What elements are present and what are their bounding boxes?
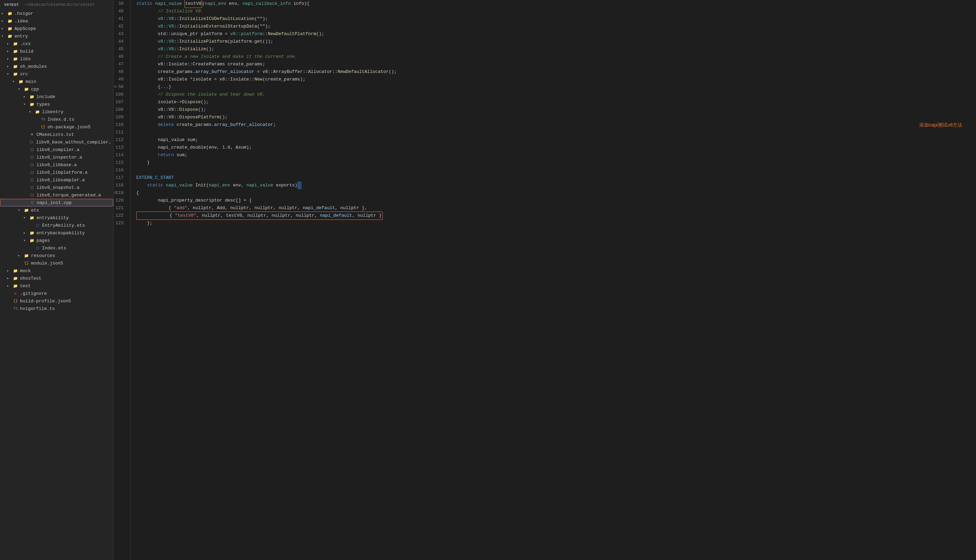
plain-token: v8::Isolate::CreateParams create_params; [136, 60, 265, 68]
comment-token: // Create a new Isolate and make it the … [136, 53, 297, 60]
comment-token: // Dispose the isolate and tear down V8. [136, 91, 265, 98]
code-editor[interactable]: 3940414243444546474849⊟50106107108109110… [113, 0, 976, 560]
tree-item-ohostest[interactable]: ▸ 📁 ohosTest [0, 275, 113, 282]
plain-token [152, 0, 155, 8]
plain-token [136, 23, 158, 30]
tree-item-libv8_base_without_compiler[interactable]: ⬡ libv8_base_without_compiler.a [0, 138, 113, 146]
variable-token: napi_default [320, 213, 352, 218]
tree-label-mock: mock [20, 268, 31, 273]
line-number-39: 39 [113, 0, 126, 8]
tree-item-cmakelists[interactable]: ≡ CMakeLists.txt [0, 131, 113, 138]
plain-token: create_params. [136, 68, 195, 76]
tree-item-ets[interactable]: ▾ 📁 ets [0, 207, 113, 214]
line-number-117: 117 [113, 174, 126, 182]
plain-token: (); [316, 30, 324, 38]
code-line-116 [136, 167, 976, 174]
tree-arrow: ▾ [18, 87, 23, 91]
function-token: NewDefaultAllocator [338, 68, 389, 76]
tree-item-libs[interactable]: ▸ 📁 libs [0, 55, 113, 63]
tree-label-libs: libs [20, 57, 31, 62]
tree-label-entryability: entryability [37, 215, 69, 220]
tree-item-entryability[interactable]: ▾ 📁 entryability [0, 214, 113, 222]
namespace-token: v8::V8 [158, 15, 174, 23]
line-number-115: 115 [113, 159, 126, 167]
code-line-109: v8::V8::DisposePlatform(); [136, 113, 976, 121]
plain-token: :: [174, 15, 179, 23]
code-line-123: }; [136, 220, 976, 227]
tree-item-libv8_torque_generated[interactable]: ⬡ libv8_torque_generated.a [0, 191, 113, 199]
tree-item-libv8_compiler[interactable]: ⬡ libv8_compiler.a [0, 146, 113, 153]
function-token: InitializeICUDefaultLocation [179, 15, 254, 23]
tree-item-libv8_inspector[interactable]: ⬡ libv8_inspector.a [0, 153, 113, 161]
tree-item-module_json5[interactable]: {} module.json5 [0, 259, 113, 267]
json-icon-build_profile: {} [12, 298, 18, 304]
tree-item-gitignore[interactable]: ⊘ .gitignore [0, 290, 113, 297]
line-number-111: 111 [113, 128, 126, 136]
code-line-43: std::unique_ptr platform = v8::platform:… [136, 30, 976, 38]
fold-indicator[interactable]: ⊟ [114, 189, 116, 197]
function-token: NewDefaultPlatform [268, 30, 316, 38]
tree-item-include[interactable]: ▸ 📁 include [0, 93, 113, 100]
plain-token: (""); [257, 23, 270, 30]
tree-item-entrybackupability[interactable]: ▸ 📁 entrybackupability [0, 229, 113, 237]
function-token: New [254, 76, 262, 83]
tree-label-index_ets: Index.ets [42, 246, 66, 251]
tree-item-resources[interactable]: ▸ 📁 resources [0, 252, 113, 259]
tree-item-index_ets[interactable]: ⬡ Index.ets [0, 244, 113, 252]
tree-item-build[interactable]: ▸ 📁 build [0, 47, 113, 55]
plain-token: v8::V8:: [136, 106, 179, 113]
tree-item-hvigorfile[interactable]: TS hvigorfile.ts [0, 305, 113, 312]
keyword-token: delete [158, 121, 174, 128]
file-tree[interactable]: ▸ 📁 .hvigor ▸ 📁 .idea ▸ 📁 AppScope ▾ 📁 e… [0, 10, 113, 312]
code-line-120: napi_property_descriptor desc[] = { [136, 197, 976, 204]
plain-token: env, [230, 182, 247, 189]
boxed-content: { "testV8", nullptr, testV8, nullptr, nu… [136, 212, 383, 220]
line-number-48: 48 [113, 68, 126, 76]
plain-token: {... [136, 83, 169, 91]
tree-item-cpp[interactable]: ▾ 📁 cpp [0, 85, 113, 93]
tree-item-src[interactable]: ▾ 📁 src [0, 70, 113, 78]
tree-item-libentry[interactable]: ▾ 📁 libentry [0, 108, 113, 116]
tree-arrow: ▸ [23, 231, 29, 235]
tree-item-main[interactable]: ▾ 📁 main [0, 78, 113, 85]
txt-icon-cmakelists: ≡ [29, 132, 35, 137]
tree-item-test[interactable]: ▸ 📁 test [0, 282, 113, 290]
type-token: napi_value [155, 0, 182, 8]
tree-item-types[interactable]: ▾ 📁 types [0, 100, 113, 108]
tree-item-libv8_libbase[interactable]: ⬡ libv8_libbase.a [0, 161, 113, 168]
fold-indicator[interactable]: ⊟ [114, 83, 116, 91]
tree-item-entryability_ets[interactable]: ⬡ EntryAbility.ets [0, 222, 113, 229]
line-number-108: 108 [113, 106, 126, 113]
tree-label-include: include [37, 94, 55, 99]
tree-item-build_profile[interactable]: {} build-profile.json5 [0, 297, 113, 305]
folder-icon-ohostest: 📁 [12, 275, 18, 281]
tree-item-pages[interactable]: ▾ 📁 pages [0, 237, 113, 244]
tree-item-libv8_snapshot[interactable]: ⬡ libv8_snapshot.a [0, 184, 113, 191]
folder-icon-include: 📁 [29, 94, 35, 99]
line-number-106: 106 [113, 91, 126, 98]
tree-item-oh_package_json5[interactable]: {} oh-package.json5 [0, 123, 113, 131]
function-token: InitializePlatform [179, 38, 227, 45]
plain-token: (); [206, 45, 214, 53]
tree-item-appscope[interactable]: ▸ 📁 AppScope [0, 25, 113, 32]
code-line-111 [136, 128, 976, 136]
tree-item-libv8_libsampler[interactable]: ⬡ libv8_libsampler.a [0, 176, 113, 184]
tree-label-cxx: .cxx [20, 41, 31, 47]
tree-item-idea[interactable]: ▸ 📁 .idea [0, 17, 113, 25]
tree-item-entry[interactable]: ▾ 📁 entry [0, 32, 113, 40]
tree-item-oh_modules[interactable]: ▸ 📁 oh_modules [0, 63, 113, 70]
tree-item-napi_init_cpp[interactable]: C napi_init.cpp [0, 199, 113, 207]
plain-token: exports) [273, 182, 297, 189]
tree-item-hvigor[interactable]: ▸ 📁 .hvigor [0, 10, 113, 17]
ts-icon-hvigorfile: TS [12, 306, 18, 311]
folder-icon-src: 📁 [12, 71, 18, 77]
code-content[interactable]: static napi_value testV8(napi_env env, n… [131, 0, 976, 560]
tree-item-libv8_libplatform[interactable]: ⬡ libv8_libplatform.a [0, 168, 113, 176]
line-number-50: ⊟50 [113, 83, 126, 91]
file-tree-sidebar[interactable]: v8Test ~/DevEcoStudioProjects/v8Test ▸ 📁… [0, 0, 113, 560]
tree-item-mock[interactable]: ▸ 📁 mock [0, 267, 113, 275]
tree-item-cxx[interactable]: ▸ 📁 .cxx [0, 40, 113, 47]
tree-item-index_dts[interactable]: TS Index.d.ts [0, 116, 113, 123]
plain-token: { [137, 213, 175, 218]
a-icon-libv8_libplatform: ⬡ [29, 170, 35, 175]
